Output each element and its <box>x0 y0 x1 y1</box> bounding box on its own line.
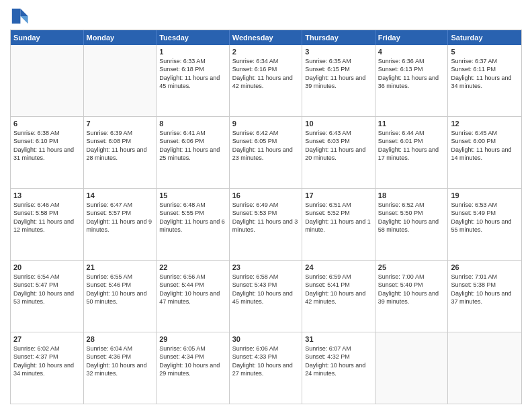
day-number: 19 <box>451 191 519 200</box>
header-day-friday: Friday <box>375 30 449 45</box>
day-info: Sunrise: 6:34 AMSunset: 6:16 PMDaylight:… <box>232 57 300 90</box>
calendar-row-3: 20Sunrise: 6:54 AMSunset: 5:47 PMDayligh… <box>11 260 521 332</box>
header-day-sunday: Sunday <box>11 30 84 45</box>
day-info: Sunrise: 6:55 AMSunset: 5:46 PMDaylight:… <box>87 273 154 306</box>
day-number: 22 <box>159 263 226 272</box>
svg-marker-0 <box>20 9 28 16</box>
day-info: Sunrise: 6:35 AMSunset: 6:15 PMDaylight:… <box>305 57 372 90</box>
day-number: 13 <box>13 191 81 200</box>
day-info: Sunrise: 6:48 AMSunset: 5:55 PMDaylight:… <box>159 201 226 234</box>
calendar-body: 1Sunrise: 6:33 AMSunset: 6:18 PMDaylight… <box>11 45 521 404</box>
calendar-cell: 28Sunrise: 6:04 AMSunset: 4:36 PMDayligh… <box>84 332 157 404</box>
calendar-cell: 25Sunrise: 7:00 AMSunset: 5:40 PMDayligh… <box>375 261 449 332</box>
day-number: 1 <box>159 47 226 56</box>
day-number: 30 <box>232 334 300 344</box>
day-info: Sunrise: 6:38 AMSunset: 6:10 PMDaylight:… <box>13 129 81 162</box>
day-number: 17 <box>305 191 372 200</box>
day-number: 4 <box>378 47 445 56</box>
day-info: Sunrise: 6:36 AMSunset: 6:13 PMDaylight:… <box>378 57 445 90</box>
calendar-cell: 30Sunrise: 6:06 AMSunset: 4:33 PMDayligh… <box>230 332 303 404</box>
day-info: Sunrise: 6:56 AMSunset: 5:44 PMDaylight:… <box>159 273 226 306</box>
calendar-row-4: 27Sunrise: 6:02 AMSunset: 4:37 PMDayligh… <box>11 332 521 404</box>
calendar-cell: 17Sunrise: 6:51 AMSunset: 5:52 PMDayligh… <box>302 189 375 260</box>
day-number: 7 <box>87 119 154 128</box>
day-info: Sunrise: 6:07 AMSunset: 4:32 PMDaylight:… <box>305 345 372 377</box>
day-number: 23 <box>232 263 300 272</box>
calendar-cell: 21Sunrise: 6:55 AMSunset: 5:46 PMDayligh… <box>84 261 157 332</box>
day-number: 16 <box>232 191 300 200</box>
day-info: Sunrise: 6:53 AMSunset: 5:49 PMDaylight:… <box>451 201 519 234</box>
calendar-cell: 22Sunrise: 6:56 AMSunset: 5:44 PMDayligh… <box>157 261 230 332</box>
day-info: Sunrise: 7:00 AMSunset: 5:40 PMDaylight:… <box>378 273 445 306</box>
calendar-cell: 16Sunrise: 6:49 AMSunset: 5:53 PMDayligh… <box>230 189 303 260</box>
day-info: Sunrise: 6:43 AMSunset: 6:03 PMDaylight:… <box>305 129 372 162</box>
day-number: 8 <box>159 119 226 128</box>
svg-marker-1 <box>20 16 28 24</box>
day-info: Sunrise: 6:05 AMSunset: 4:34 PMDaylight:… <box>159 345 226 377</box>
svg-marker-2 <box>12 9 21 24</box>
day-number: 10 <box>305 119 372 128</box>
header-day-saturday: Saturday <box>448 30 521 45</box>
day-number: 18 <box>378 191 445 200</box>
day-info: Sunrise: 6:39 AMSunset: 6:08 PMDaylight:… <box>87 129 154 162</box>
day-number: 11 <box>378 119 445 128</box>
calendar-cell: 3Sunrise: 6:35 AMSunset: 6:15 PMDaylight… <box>302 45 375 116</box>
calendar-cell: 10Sunrise: 6:43 AMSunset: 6:03 PMDayligh… <box>302 117 375 188</box>
logo <box>10 7 32 26</box>
calendar-cell: 18Sunrise: 6:52 AMSunset: 5:50 PMDayligh… <box>375 189 449 260</box>
calendar-cell: 26Sunrise: 7:01 AMSunset: 5:38 PMDayligh… <box>448 261 521 332</box>
day-number: 31 <box>305 334 372 344</box>
day-info: Sunrise: 6:51 AMSunset: 5:52 PMDaylight:… <box>305 201 372 234</box>
calendar-row-0: 1Sunrise: 6:33 AMSunset: 6:18 PMDaylight… <box>11 45 521 116</box>
day-info: Sunrise: 6:02 AMSunset: 4:37 PMDaylight:… <box>13 345 81 377</box>
day-info: Sunrise: 6:33 AMSunset: 6:18 PMDaylight:… <box>159 57 226 90</box>
calendar-row-1: 6Sunrise: 6:38 AMSunset: 6:10 PMDaylight… <box>11 116 521 188</box>
day-info: Sunrise: 6:06 AMSunset: 4:33 PMDaylight:… <box>232 345 300 377</box>
calendar-cell: 6Sunrise: 6:38 AMSunset: 6:10 PMDaylight… <box>11 117 84 188</box>
calendar-cell: 5Sunrise: 6:37 AMSunset: 6:11 PMDaylight… <box>448 45 521 116</box>
day-number: 28 <box>87 334 154 344</box>
day-info: Sunrise: 6:44 AMSunset: 6:01 PMDaylight:… <box>378 129 445 162</box>
day-number: 21 <box>87 263 154 272</box>
calendar: SundayMondayTuesdayWednesdayThursdayFrid… <box>10 30 522 404</box>
calendar-cell: 7Sunrise: 6:39 AMSunset: 6:08 PMDaylight… <box>84 117 157 188</box>
calendar-cell: 12Sunrise: 6:45 AMSunset: 6:00 PMDayligh… <box>448 117 521 188</box>
day-number: 25 <box>378 263 445 272</box>
day-number: 27 <box>13 334 81 344</box>
day-info: Sunrise: 6:54 AMSunset: 5:47 PMDaylight:… <box>13 273 81 306</box>
calendar-cell: 11Sunrise: 6:44 AMSunset: 6:01 PMDayligh… <box>375 117 449 188</box>
day-number: 3 <box>305 47 372 56</box>
calendar-cell: 19Sunrise: 6:53 AMSunset: 5:49 PMDayligh… <box>448 189 521 260</box>
day-number: 24 <box>305 263 372 272</box>
day-number: 14 <box>87 191 154 200</box>
header <box>10 7 522 26</box>
calendar-cell <box>448 332 521 404</box>
day-info: Sunrise: 6:46 AMSunset: 5:58 PMDaylight:… <box>13 201 81 234</box>
day-number: 5 <box>451 47 519 56</box>
page: SundayMondayTuesdayWednesdayThursdayFrid… <box>0 0 532 411</box>
calendar-cell: 1Sunrise: 6:33 AMSunset: 6:18 PMDaylight… <box>157 45 230 116</box>
day-info: Sunrise: 6:45 AMSunset: 6:00 PMDaylight:… <box>451 129 519 162</box>
calendar-cell: 2Sunrise: 6:34 AMSunset: 6:16 PMDaylight… <box>230 45 303 116</box>
header-day-thursday: Thursday <box>302 30 375 45</box>
calendar-cell: 15Sunrise: 6:48 AMSunset: 5:55 PMDayligh… <box>157 189 230 260</box>
calendar-cell: 29Sunrise: 6:05 AMSunset: 4:34 PMDayligh… <box>157 332 230 404</box>
day-number: 2 <box>232 47 300 56</box>
calendar-cell: 13Sunrise: 6:46 AMSunset: 5:58 PMDayligh… <box>11 189 84 260</box>
calendar-cell: 27Sunrise: 6:02 AMSunset: 4:37 PMDayligh… <box>11 332 84 404</box>
day-number: 6 <box>13 119 81 128</box>
day-number: 9 <box>232 119 300 128</box>
calendar-header: SundayMondayTuesdayWednesdayThursdayFrid… <box>11 30 521 45</box>
calendar-cell <box>11 45 84 116</box>
calendar-cell <box>84 45 157 116</box>
header-day-wednesday: Wednesday <box>230 30 303 45</box>
calendar-cell: 23Sunrise: 6:58 AMSunset: 5:43 PMDayligh… <box>230 261 303 332</box>
calendar-cell: 9Sunrise: 6:42 AMSunset: 6:05 PMDaylight… <box>230 117 303 188</box>
day-number: 20 <box>13 263 81 272</box>
calendar-cell: 14Sunrise: 6:47 AMSunset: 5:57 PMDayligh… <box>84 189 157 260</box>
day-info: Sunrise: 6:59 AMSunset: 5:41 PMDaylight:… <box>305 273 372 306</box>
day-info: Sunrise: 6:52 AMSunset: 5:50 PMDaylight:… <box>378 201 445 234</box>
header-day-monday: Monday <box>84 30 157 45</box>
day-number: 15 <box>159 191 226 200</box>
day-info: Sunrise: 6:49 AMSunset: 5:53 PMDaylight:… <box>232 201 300 234</box>
